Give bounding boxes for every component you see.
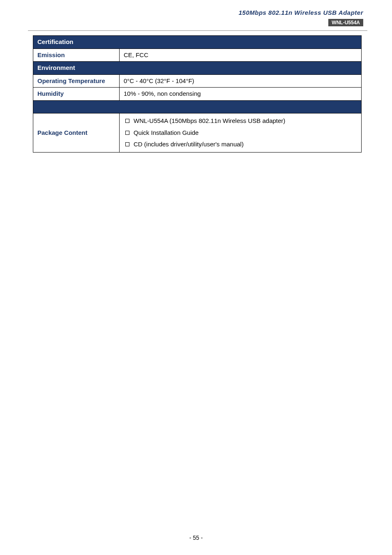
package-item-text: Quick Installation Guide [134, 129, 198, 136]
page-number: - 55 - [189, 534, 203, 541]
table-row: Package Content WNL-U554A (150Mbps 802.1… [33, 113, 362, 153]
square-bullet-icon [125, 142, 129, 146]
section-certification: Certification [33, 36, 362, 49]
row-value-package-content: WNL-U554A (150Mbps 802.11n Wireless USB … [120, 113, 362, 153]
row-label-humidity: Humidity [33, 88, 120, 101]
list-item: WNL-U554A (150Mbps 802.11n Wireless USB … [125, 115, 357, 127]
row-label-emission: Emission [33, 49, 120, 62]
page-footer: - 55 - [0, 534, 392, 541]
model-badge: WNL-U554A [328, 19, 363, 26]
list-item: CD (includes driver/utility/user's manua… [125, 139, 357, 150]
section-blank-spacer [33, 100, 362, 113]
row-label-package-content: Package Content [33, 113, 120, 153]
section-environment-header: Environment [33, 62, 362, 75]
document-title: 150Mbps 802.11n Wireless USB Adapter [239, 9, 363, 16]
spec-table-container: Certification Emission CE, FCC Environme… [33, 35, 362, 153]
row-value-op-temp: 0°C - 40°C (32°F - 104°F) [120, 74, 362, 88]
spec-table: Certification Emission CE, FCC Environme… [33, 35, 362, 153]
table-row: Emission CE, FCC [33, 49, 362, 62]
table-row: Humidity 10% - 90%, non condensing [33, 88, 362, 101]
square-bullet-icon [125, 131, 129, 135]
section-environment: Environment [33, 62, 362, 75]
row-value-emission: CE, FCC [120, 49, 362, 62]
package-list: WNL-U554A (150Mbps 802.11n Wireless USB … [124, 115, 357, 150]
blank-section-cell [33, 100, 362, 113]
page-header: 150Mbps 802.11n Wireless USB Adapter WNL… [239, 9, 363, 26]
row-label-op-temp: Operating Temperature [33, 74, 120, 88]
square-bullet-icon [125, 119, 129, 123]
section-certification-header: Certification [33, 36, 362, 49]
table-row: Operating Temperature 0°C - 40°C (32°F -… [33, 74, 362, 88]
header-divider [28, 30, 367, 31]
package-item-text: CD (includes driver/utility/user's manua… [134, 141, 244, 148]
list-item: Quick Installation Guide [125, 127, 357, 139]
package-item-text: WNL-U554A (150Mbps 802.11n Wireless USB … [134, 117, 285, 124]
row-value-humidity: 10% - 90%, non condensing [120, 88, 362, 101]
